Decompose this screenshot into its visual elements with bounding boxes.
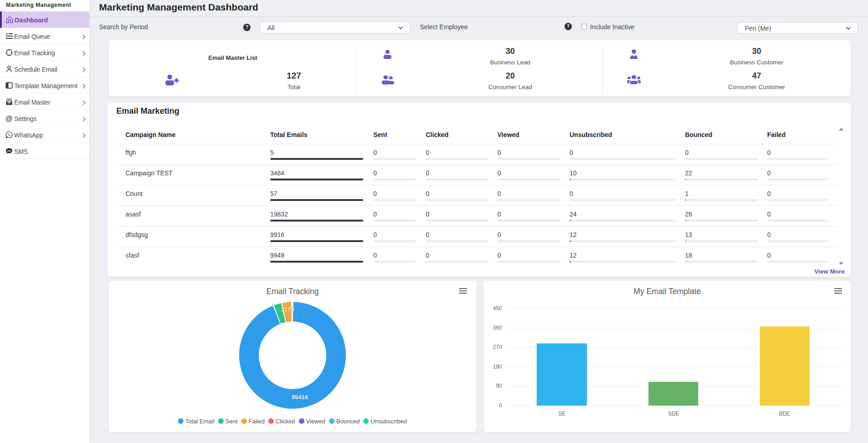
svg-text:@: @ (5, 115, 13, 122)
svg-text:SMS: SMS (7, 150, 11, 152)
